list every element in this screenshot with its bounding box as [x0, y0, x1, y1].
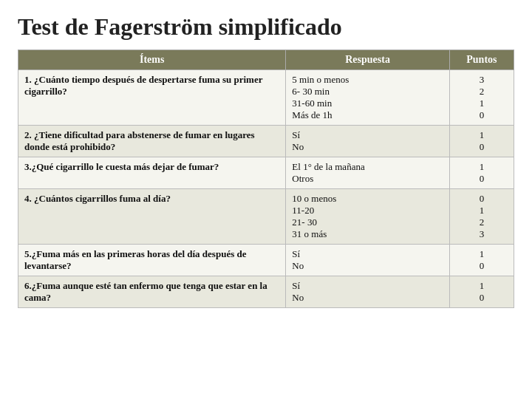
table-row: 3.¿Qué cigarrillo le cuesta más dejar de…: [18, 157, 514, 189]
question-cell: 5.¿Fuma más en las primeras horas del dí…: [18, 245, 286, 276]
points-cell: 10: [449, 245, 514, 276]
table-row: 6.¿Fuma aunque esté tan enfermo que teng…: [18, 276, 514, 308]
header-puntos: Puntos: [449, 50, 514, 70]
response-cell: El 1° de la mañanaOtros: [286, 157, 449, 189]
response-cell: SíNo: [286, 245, 449, 276]
fagerström-table: Ítems Respuesta Puntos 1. ¿Cuánto tiempo…: [18, 50, 514, 308]
response-cell: 5 min o menos6- 30 min31-60 minMás de 1h: [286, 70, 449, 126]
points-cell: 0123: [449, 189, 514, 245]
table-row: 4. ¿Cuántos cigarrillos fuma al día?10 o…: [18, 189, 514, 245]
question-cell: 3.¿Qué cigarrillo le cuesta más dejar de…: [18, 157, 286, 189]
header-items: Ítems: [18, 50, 286, 70]
response-cell: 10 o menos11-2021- 3031 o más: [286, 189, 449, 245]
table-row: 5.¿Fuma más en las primeras horas del dí…: [18, 245, 514, 276]
question-cell: 6.¿Fuma aunque esté tan enfermo que teng…: [18, 276, 286, 308]
points-cell: 10: [449, 126, 514, 157]
table-row: 2. ¿Tiene dificultad para abstenerse de …: [18, 126, 514, 157]
points-cell: 10: [449, 276, 514, 308]
points-cell: 3210: [449, 70, 514, 126]
question-cell: 1. ¿Cuánto tiempo después de despertarse…: [18, 70, 286, 126]
table-row: 1. ¿Cuánto tiempo después de despertarse…: [18, 70, 514, 126]
header-respuesta: Respuesta: [286, 50, 449, 70]
page-title: Test de Fagerström simplificado: [18, 13, 514, 41]
response-cell: SíNo: [286, 276, 449, 308]
points-cell: 10: [449, 157, 514, 189]
response-cell: SíNo: [286, 126, 449, 157]
question-cell: 4. ¿Cuántos cigarrillos fuma al día?: [18, 189, 286, 245]
question-cell: 2. ¿Tiene dificultad para abstenerse de …: [18, 126, 286, 157]
